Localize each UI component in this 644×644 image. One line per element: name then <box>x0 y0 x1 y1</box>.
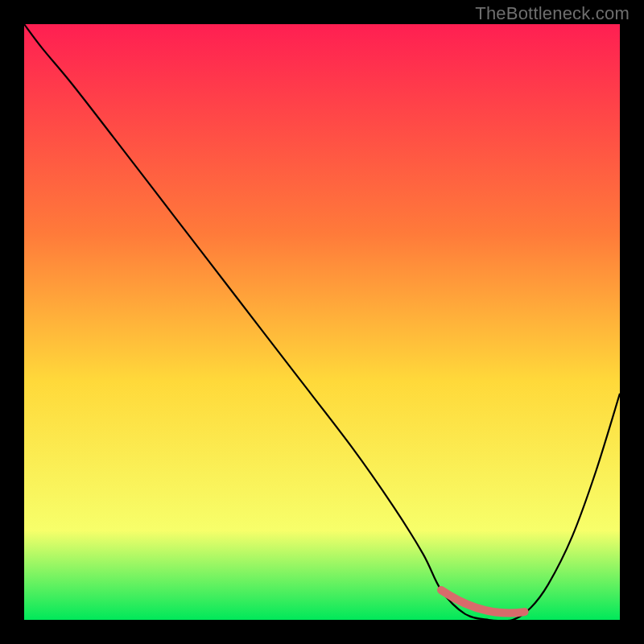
chart-frame: TheBottleneck.com <box>0 0 644 644</box>
plot-svg <box>24 24 620 620</box>
watermark-text: TheBottleneck.com <box>475 3 630 24</box>
gradient-background <box>24 24 620 620</box>
bottleneck-plot <box>24 24 620 620</box>
